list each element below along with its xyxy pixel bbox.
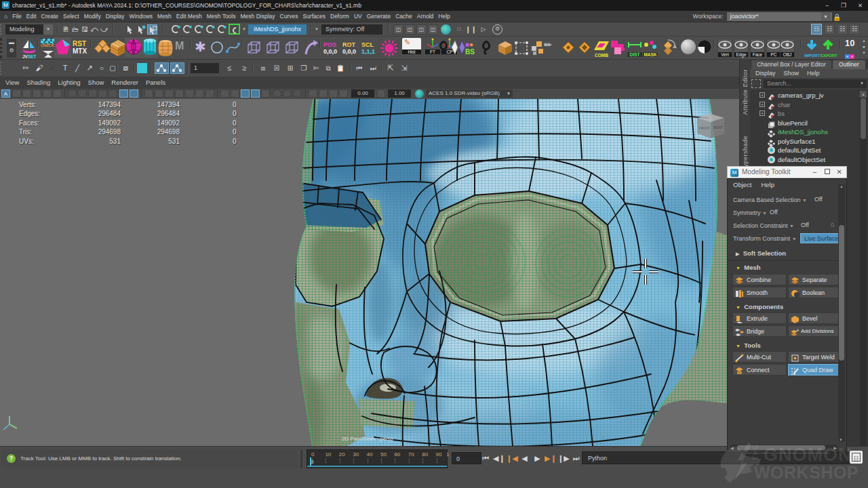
svg-text:2D Pan/Zoom : persp: 2D Pan/Zoom : persp bbox=[342, 436, 394, 442]
svg-text:WORKSHOP: WORKSHOP bbox=[754, 463, 859, 482]
svg-text:THE: THE bbox=[751, 444, 760, 460]
svg-text:GNOMON: GNOMON bbox=[764, 445, 852, 465]
svg-text:RIGHT: RIGHT bbox=[713, 126, 723, 129]
svg-text:FRONT: FRONT bbox=[699, 127, 710, 130]
svg-text:+: + bbox=[796, 328, 800, 333]
